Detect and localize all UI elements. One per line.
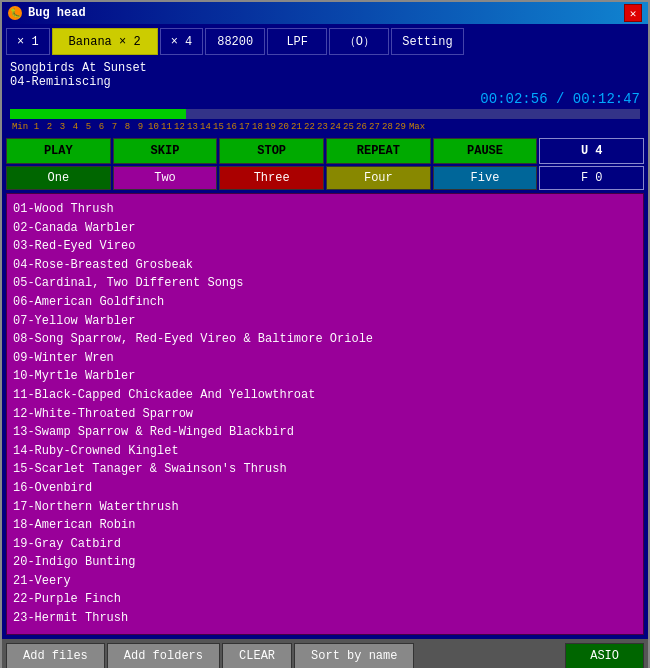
track-item[interactable]: 21-Veery bbox=[13, 572, 637, 591]
track-item[interactable]: 12-White-Throated Sparrow bbox=[13, 405, 637, 424]
progress-bar-container[interactable] bbox=[10, 109, 640, 119]
track-item[interactable]: 11-Black-Capped Chickadee And Yellowthro… bbox=[13, 386, 637, 405]
timeline-label: Max bbox=[407, 122, 427, 132]
app-icon: 🐛 bbox=[8, 6, 22, 20]
timeline-label: 4 bbox=[69, 122, 82, 132]
timeline-label: 8 bbox=[121, 122, 134, 132]
controls-row: PLAY SKIP STOP REPEAT PAUSE U 4 bbox=[6, 138, 644, 164]
toolbar: × 1 Banana × 2 × 4 88200 LPF （O） Setting bbox=[6, 28, 644, 55]
track-item[interactable]: 04-Rose-Breasted Grosbeak bbox=[13, 256, 637, 275]
info-section: Songbirds At Sunset 04-Reminiscing 00:02… bbox=[6, 59, 644, 135]
timeline-label: 26 bbox=[355, 122, 368, 132]
timeline-label: 15 bbox=[212, 122, 225, 132]
preset-five-button[interactable]: Five bbox=[433, 166, 538, 190]
timeline-label: 23 bbox=[316, 122, 329, 132]
add-files-button[interactable]: Add files bbox=[6, 643, 105, 668]
time-total: 00:12:47 bbox=[573, 91, 640, 107]
track-item[interactable]: 20-Indigo Bunting bbox=[13, 553, 637, 572]
preset-two-button[interactable]: Two bbox=[113, 166, 218, 190]
timeline-label: 24 bbox=[329, 122, 342, 132]
track-item[interactable]: 03-Red-Eyed Vireo bbox=[13, 237, 637, 256]
x1-button[interactable]: × 1 bbox=[6, 28, 50, 55]
track-item[interactable]: 02-Canada Warbler bbox=[13, 219, 637, 238]
timeline-label: 7 bbox=[108, 122, 121, 132]
track-item[interactable]: 17-Northern Waterthrush bbox=[13, 498, 637, 517]
timeline-label: 3 bbox=[56, 122, 69, 132]
progress-bar-fill bbox=[10, 109, 186, 119]
timeline-label: 18 bbox=[251, 122, 264, 132]
track-item[interactable]: 08-Song Sparrow, Red-Eyed Vireo & Baltim… bbox=[13, 330, 637, 349]
samplerate-button[interactable]: 88200 bbox=[205, 28, 265, 55]
timeline-label: 11 bbox=[160, 122, 173, 132]
output-button[interactable]: （O） bbox=[329, 28, 389, 55]
preset-one-button[interactable]: One bbox=[6, 166, 111, 190]
timeline-label: 21 bbox=[290, 122, 303, 132]
timeline-label: 19 bbox=[264, 122, 277, 132]
preset-four-button[interactable]: Four bbox=[326, 166, 431, 190]
track-item[interactable]: 23-Hermit Thrush bbox=[13, 609, 637, 628]
banana-button[interactable]: Banana × 2 bbox=[52, 28, 158, 55]
timeline-label: 14 bbox=[199, 122, 212, 132]
timeline-label: 20 bbox=[277, 122, 290, 132]
title-bar-left: 🐛 Bug head bbox=[8, 6, 86, 20]
track-item[interactable]: 06-American Goldfinch bbox=[13, 293, 637, 312]
presets-row: One Two Three Four Five F 0 bbox=[6, 166, 644, 190]
timeline-label: 9 bbox=[134, 122, 147, 132]
timeline-label: 22 bbox=[303, 122, 316, 132]
pause-button[interactable]: PAUSE bbox=[433, 138, 538, 164]
tracklist[interactable]: 01-Wood Thrush02-Canada Warbler03-Red-Ey… bbox=[6, 193, 644, 635]
sort-by-name-button[interactable]: Sort by name bbox=[294, 643, 414, 668]
track-subtitle: 04-Reminiscing bbox=[10, 75, 640, 89]
stop-button[interactable]: STOP bbox=[219, 138, 324, 164]
track-item[interactable]: 15-Scarlet Tanager & Swainson's Thrush bbox=[13, 460, 637, 479]
track-item[interactable]: 18-American Robin bbox=[13, 516, 637, 535]
timeline-label: 1 bbox=[30, 122, 43, 132]
preset-three-button[interactable]: Three bbox=[219, 166, 324, 190]
timeline-label: 5 bbox=[82, 122, 95, 132]
track-item[interactable]: 14-Ruby-Crowned Kinglet bbox=[13, 442, 637, 461]
timeline-label: 29 bbox=[394, 122, 407, 132]
track-item[interactable]: 19-Gray Catbird bbox=[13, 535, 637, 554]
add-folders-button[interactable]: Add folders bbox=[107, 643, 220, 668]
u4-button[interactable]: U 4 bbox=[539, 138, 644, 164]
track-item[interactable]: 07-Yellow Warbler bbox=[13, 312, 637, 331]
timeline-label: 6 bbox=[95, 122, 108, 132]
repeat-button[interactable]: REPEAT bbox=[326, 138, 431, 164]
preset-f0-button[interactable]: F 0 bbox=[539, 166, 644, 190]
main-window: 🐛 Bug head ✕ × 1 Banana × 2 × 4 88200 LP… bbox=[0, 0, 650, 668]
timeline-label: 17 bbox=[238, 122, 251, 132]
timeline-label: 2 bbox=[43, 122, 56, 132]
setting-button[interactable]: Setting bbox=[391, 28, 463, 55]
window-title: Bug head bbox=[28, 6, 86, 20]
x4-button[interactable]: × 4 bbox=[160, 28, 204, 55]
timeline-label: 27 bbox=[368, 122, 381, 132]
timeline-label: 28 bbox=[381, 122, 394, 132]
track-item[interactable]: 13-Swamp Sparrow & Red-Winged Blackbird bbox=[13, 423, 637, 442]
timeline-label: 10 bbox=[147, 122, 160, 132]
content-area: × 1 Banana × 2 × 4 88200 LPF （O） Setting… bbox=[2, 24, 648, 639]
timeline-label: Min bbox=[10, 122, 30, 132]
timeline-label: 16 bbox=[225, 122, 238, 132]
track-item[interactable]: 10-Myrtle Warbler bbox=[13, 367, 637, 386]
asio-button[interactable]: ASIO bbox=[565, 643, 644, 668]
close-button[interactable]: ✕ bbox=[624, 4, 642, 22]
track-item[interactable]: 22-Purple Finch bbox=[13, 590, 637, 609]
bottom-bar: Add files Add folders CLEAR Sort by name… bbox=[2, 639, 648, 668]
timeline-label: 12 bbox=[173, 122, 186, 132]
track-item[interactable]: 16-Ovenbird bbox=[13, 479, 637, 498]
track-item[interactable]: 09-Winter Wren bbox=[13, 349, 637, 368]
timeline-ruler: Min1234567891011121314151617181920212223… bbox=[10, 121, 640, 133]
time-separator: / bbox=[548, 91, 573, 107]
timeline-label: 25 bbox=[342, 122, 355, 132]
time-display: 00:02:56 / 00:12:47 bbox=[10, 91, 640, 107]
timeline-label: 13 bbox=[186, 122, 199, 132]
time-current: 00:02:56 bbox=[480, 91, 547, 107]
play-button[interactable]: PLAY bbox=[6, 138, 111, 164]
track-item[interactable]: 05-Cardinal, Two Different Songs bbox=[13, 274, 637, 293]
album-title: Songbirds At Sunset bbox=[10, 61, 640, 75]
lpf-button[interactable]: LPF bbox=[267, 28, 327, 55]
title-bar: 🐛 Bug head ✕ bbox=[2, 2, 648, 24]
track-item[interactable]: 01-Wood Thrush bbox=[13, 200, 637, 219]
skip-button[interactable]: SKIP bbox=[113, 138, 218, 164]
clear-button[interactable]: CLEAR bbox=[222, 643, 292, 668]
